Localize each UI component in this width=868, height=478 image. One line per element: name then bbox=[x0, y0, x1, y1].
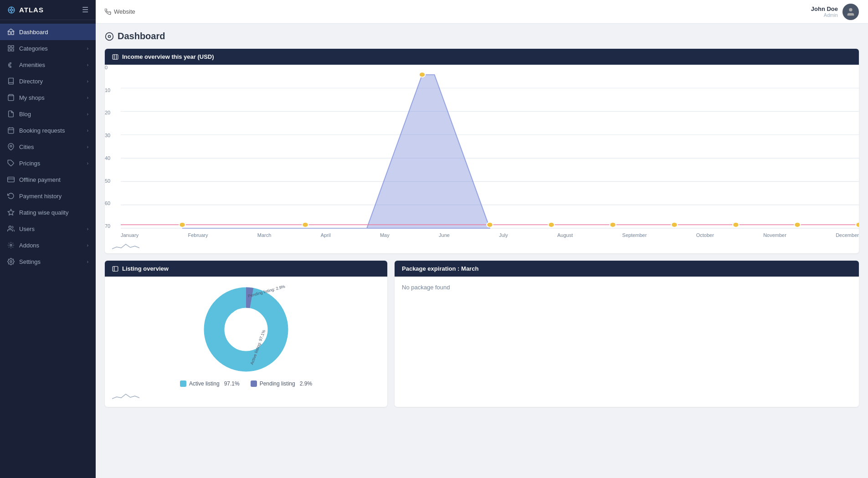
book-icon bbox=[7, 77, 15, 85]
income-chart-title: Income overview this year (USD) bbox=[122, 53, 214, 60]
sidebar-item-blog[interactable]: Blog › bbox=[0, 106, 96, 122]
listing-header-icon bbox=[112, 266, 118, 272]
sidebar-item-cities[interactable]: Cities › bbox=[0, 139, 96, 155]
chevron-right-icon: › bbox=[87, 128, 88, 133]
listing-overview-title: Listing overview bbox=[122, 265, 169, 272]
sidebar-item-offline-payment[interactable]: Offline payment bbox=[0, 171, 96, 188]
svg-rect-51 bbox=[113, 266, 118, 271]
sidebar-item-label-dashboard: Dashboard bbox=[19, 29, 48, 36]
sidebar-item-amenities[interactable]: Amenities › bbox=[0, 57, 96, 73]
chevron-right-icon: › bbox=[87, 112, 88, 117]
income-chart-svg bbox=[121, 65, 859, 229]
package-expiration-card: Package expiration : March No package fo… bbox=[395, 261, 859, 407]
sidebar-item-pricings[interactable]: Pricings › bbox=[0, 155, 96, 171]
no-package-text: No package found bbox=[395, 277, 859, 298]
package-expiration-title: Package expiration : March bbox=[402, 265, 478, 272]
file-icon bbox=[7, 110, 15, 118]
history-icon bbox=[7, 192, 15, 200]
svg-point-41 bbox=[179, 222, 185, 227]
svg-point-25 bbox=[849, 8, 852, 11]
puzzle-icon bbox=[7, 61, 15, 68]
tag-icon bbox=[7, 159, 15, 167]
sidebar-item-dashboard[interactable]: Dashboard bbox=[0, 24, 96, 40]
y-axis-labels: 70 60 50 40 30 20 10 0 bbox=[105, 65, 110, 229]
logo-text: ATLAS bbox=[19, 6, 44, 14]
chevron-right-icon: › bbox=[87, 226, 88, 231]
chevron-right-icon: › bbox=[87, 95, 88, 100]
sidebar-item-label-myshops: My shops bbox=[19, 94, 45, 101]
sidebar-header: ATLAS ☰ bbox=[0, 0, 96, 20]
donut-chart: Pending listing: 2.9% Active listing: 97… bbox=[200, 284, 292, 375]
sidebar-item-booking[interactable]: Booking requests › bbox=[0, 122, 96, 139]
legend-active-label: Active listing bbox=[189, 380, 220, 387]
income-chart-body: 70 60 50 40 30 20 10 0 bbox=[105, 65, 859, 253]
sidebar-item-users[interactable]: Users › bbox=[0, 221, 96, 237]
svg-rect-8 bbox=[8, 46, 10, 48]
topbar: Website John Doe Admin bbox=[96, 0, 868, 24]
page-title: Dashboard bbox=[105, 31, 859, 41]
avatar[interactable] bbox=[842, 4, 859, 20]
svg-rect-6 bbox=[8, 31, 10, 35]
svg-point-43 bbox=[419, 72, 426, 77]
legend-pending-label: Pending listing bbox=[260, 380, 295, 387]
sidebar-item-label-booking: Booking requests bbox=[19, 127, 65, 134]
chevron-right-icon: › bbox=[87, 259, 88, 264]
legend-pending-dot bbox=[251, 380, 257, 387]
chart-header-icon bbox=[112, 54, 118, 60]
sidebar-item-payment-history[interactable]: Payment history bbox=[0, 188, 96, 204]
sidebar-item-directory[interactable]: Directory › bbox=[0, 73, 96, 89]
chevron-right-icon: › bbox=[87, 46, 88, 51]
logo-icon bbox=[7, 6, 15, 14]
hamburger-icon[interactable]: ☰ bbox=[82, 5, 88, 14]
income-chart-card: Income overview this year (USD) 70 60 50… bbox=[105, 49, 859, 253]
credit-icon bbox=[7, 176, 15, 183]
sidebar-item-label-users: Users bbox=[19, 226, 35, 232]
listing-sparkline bbox=[112, 391, 380, 400]
users-icon bbox=[7, 225, 15, 232]
sidebar-item-label-payment-history: Payment history bbox=[19, 193, 62, 200]
sidebar: ATLAS ☰ Dashboard Categories › Amenities… bbox=[0, 0, 96, 478]
svg-marker-21 bbox=[8, 209, 14, 215]
svg-point-27 bbox=[108, 35, 111, 37]
user-info: John Doe Admin bbox=[811, 5, 838, 18]
sidebar-item-label-settings: Settings bbox=[19, 258, 41, 265]
sparkline-icon bbox=[112, 241, 139, 250]
grid-icon bbox=[7, 45, 15, 52]
svg-rect-13 bbox=[8, 128, 14, 134]
svg-point-47 bbox=[671, 222, 678, 227]
website-link[interactable]: Website bbox=[114, 8, 135, 15]
topbar-left: Website bbox=[105, 8, 135, 15]
svg-point-24 bbox=[10, 261, 12, 262]
chevron-right-icon: › bbox=[87, 161, 88, 166]
chevron-right-icon: › bbox=[87, 144, 88, 149]
svg-point-26 bbox=[106, 32, 113, 40]
svg-point-1 bbox=[10, 9, 13, 11]
svg-point-45 bbox=[548, 222, 555, 227]
sidebar-item-addons[interactable]: Addons › bbox=[0, 237, 96, 253]
bottom-row: Listing overview Pending listing: 2.9% A… bbox=[105, 261, 859, 414]
legend-active-pct: 97.1% bbox=[224, 380, 240, 387]
user-role: Admin bbox=[811, 12, 838, 18]
x-axis-labels: January February March April May June Ju… bbox=[121, 232, 859, 238]
avatar-icon bbox=[846, 7, 856, 17]
sidebar-item-myshops[interactable]: My shops › bbox=[0, 89, 96, 106]
chevron-right-icon: › bbox=[87, 243, 88, 248]
calendar-icon bbox=[7, 127, 15, 134]
svg-rect-10 bbox=[8, 49, 10, 51]
svg-point-46 bbox=[610, 222, 616, 227]
sidebar-item-categories[interactable]: Categories › bbox=[0, 40, 96, 57]
sidebar-item-label-blog: Blog bbox=[19, 111, 31, 118]
svg-point-23 bbox=[10, 244, 12, 246]
user-name: John Doe bbox=[811, 5, 838, 12]
main-content: Website John Doe Admin Dashboard Income … bbox=[96, 0, 868, 478]
legend-active-dot bbox=[180, 380, 186, 387]
sidebar-item-label-directory: Directory bbox=[19, 78, 43, 85]
sidebar-item-rating-quality[interactable]: Rating wise quality bbox=[0, 204, 96, 221]
page-title-text: Dashboard bbox=[118, 31, 165, 41]
svg-point-17 bbox=[10, 145, 12, 147]
chevron-right-icon: › bbox=[87, 62, 88, 67]
svg-marker-39 bbox=[182, 75, 490, 228]
sidebar-item-settings[interactable]: Settings › bbox=[0, 253, 96, 270]
svg-point-42 bbox=[302, 222, 308, 227]
sparkline-strip bbox=[105, 238, 859, 253]
